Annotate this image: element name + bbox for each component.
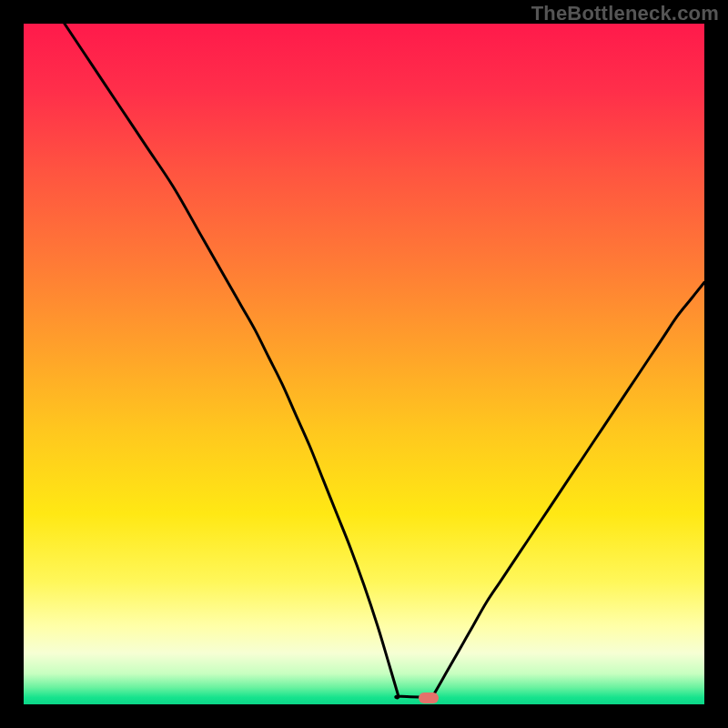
watermark-text: TheBottleneck.com [531, 2, 719, 25]
plot-svg [24, 24, 704, 704]
plot-area [24, 24, 704, 704]
optimal-marker [419, 693, 439, 703]
chart-frame: TheBottleneck.com [0, 0, 728, 728]
gradient-background [24, 24, 704, 704]
